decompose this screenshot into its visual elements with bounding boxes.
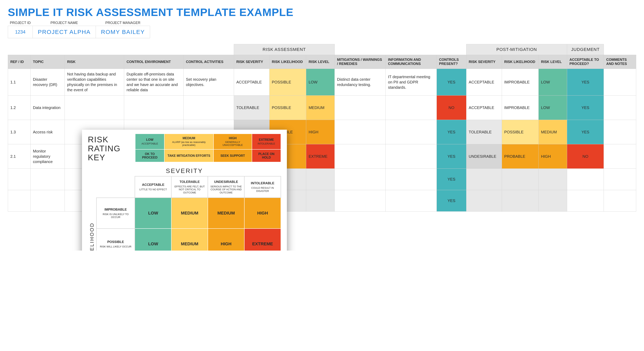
table-cell[interactable]: UNDESIRABLE xyxy=(466,144,502,169)
page-title: SIMPLE IT RISK ASSESSMENT TEMPLATE EXAMP… xyxy=(8,6,636,18)
table-cell[interactable]: ACCEPTABLE xyxy=(234,69,269,95)
table-cell[interactable]: 1.3 xyxy=(8,120,31,144)
table-cell[interactable] xyxy=(30,169,64,190)
risk-rating-key-card: RISK RATING KEY LOWACCEPTABLEMEDIUMALARP… xyxy=(82,130,287,251)
table-cell[interactable] xyxy=(306,169,335,190)
table-cell[interactable] xyxy=(386,190,436,212)
table-cell[interactable]: Data integration xyxy=(30,95,64,120)
hdr-topic: TOPIC xyxy=(30,55,64,69)
table-cell[interactable] xyxy=(184,95,234,120)
table-cell[interactable]: 1.2 xyxy=(8,95,31,120)
table-cell[interactable]: IT departmental meeting on PII and GDPR … xyxy=(386,69,436,95)
table-cell[interactable]: YES xyxy=(436,69,466,95)
key-cell: EXTREMEINTOLERABLE xyxy=(252,134,281,149)
severity-axis-label: SEVERITY xyxy=(88,167,281,175)
table-cell[interactable] xyxy=(65,95,124,120)
table-cell[interactable]: YES xyxy=(436,169,466,190)
table-cell[interactable] xyxy=(567,169,604,190)
table-cell[interactable]: TOLERABLE xyxy=(466,120,502,144)
hdr-control-act: CONTROL ACTIVITIES xyxy=(184,55,234,69)
table-cell[interactable]: IMPROBABLE xyxy=(502,69,538,95)
table-cell[interactable]: Disaster recovery (DR) xyxy=(30,69,64,95)
table-cell[interactable]: HIGH xyxy=(306,120,335,144)
table-cell[interactable]: 2.1 xyxy=(8,144,31,169)
project-name-value[interactable]: PROJECT ALPHA xyxy=(32,26,96,38)
matrix-cell: EXTREME xyxy=(244,229,281,251)
table-cell[interactable]: HIGH xyxy=(538,144,567,169)
matrix-cell: HIGH xyxy=(244,198,281,229)
table-cell[interactable]: MEDIUM xyxy=(538,120,567,144)
table-cell[interactable]: YES xyxy=(567,95,604,120)
table-cell[interactable]: POSSIBLE xyxy=(502,120,538,144)
table-cell[interactable] xyxy=(386,95,436,120)
table-cell[interactable]: ACCEPTABLE xyxy=(466,95,502,120)
table-cell[interactable] xyxy=(502,169,538,190)
table-cell[interactable] xyxy=(386,120,436,144)
risk-matrix-table: ACCEPTABLELITTLE TO NO EFFECTTOLERABLEEF… xyxy=(96,176,281,251)
table-cell[interactable]: Set recovery plan objectives. xyxy=(184,69,234,95)
project-id-value[interactable]: 1234 xyxy=(8,26,33,38)
project-manager-value[interactable]: ROMY BAILEY xyxy=(96,26,150,38)
key-cell: SEEK SUPPORT xyxy=(214,149,252,162)
table-cell[interactable] xyxy=(604,169,636,190)
table-cell[interactable] xyxy=(334,95,386,120)
table-cell[interactable]: Monitor regulatory compliance xyxy=(30,144,64,169)
table-cell[interactable]: IMPROBABLE xyxy=(502,95,538,120)
table-cell[interactable]: LOW xyxy=(538,95,567,120)
table-cell[interactable] xyxy=(604,144,636,169)
table-cell[interactable] xyxy=(124,95,184,120)
table-cell[interactable]: NO xyxy=(567,144,604,169)
table-cell[interactable]: POSSIBLE xyxy=(269,95,306,120)
table-cell[interactable] xyxy=(334,169,386,190)
table-cell[interactable]: Distinct data center redundancy testing. xyxy=(334,69,386,95)
table-cell[interactable]: LOW xyxy=(538,69,567,95)
table-cell[interactable] xyxy=(386,144,436,169)
table-cell[interactable] xyxy=(466,169,502,190)
table-cell[interactable] xyxy=(604,95,636,120)
table-cell[interactable]: 1.1 xyxy=(8,69,31,95)
table-cell[interactable] xyxy=(306,190,335,212)
hdr-controls-present: CONTROLS PRESENT? xyxy=(436,55,466,69)
table-cell[interactable]: POSSIBLE xyxy=(269,69,306,95)
table-cell[interactable]: EXTREME xyxy=(306,144,335,169)
table-cell[interactable] xyxy=(604,190,636,212)
table-cell[interactable] xyxy=(386,169,436,190)
severity-col-header: ACCEPTABLELITTLE TO NO EFFECT xyxy=(135,176,171,198)
table-cell[interactable] xyxy=(466,190,502,212)
table-cell[interactable]: NO xyxy=(436,95,466,120)
table-cell[interactable] xyxy=(538,190,567,212)
table-cell[interactable] xyxy=(604,69,636,95)
table-cell[interactable] xyxy=(8,169,31,190)
key-cell: MEDIUMALARP (as low as reasonably practi… xyxy=(164,134,214,149)
table-cell[interactable]: Duplicate off-premises data center so th… xyxy=(124,69,184,95)
table-cell[interactable] xyxy=(334,120,386,144)
table-cell[interactable] xyxy=(604,120,636,144)
table-cell[interactable] xyxy=(334,190,386,212)
matrix-cell: MEDIUM xyxy=(208,198,244,229)
table-cell[interactable]: YES xyxy=(436,190,466,212)
hdr-info-comm: INFORMATION AND COMMUNICATIONS xyxy=(386,55,436,69)
severity-col-header: INTOLERABLECOULD RESULT IN DISASTER xyxy=(244,176,281,198)
table-cell[interactable]: Not having data backup and verification … xyxy=(65,69,124,95)
hdr-ref: REF / ID xyxy=(8,55,31,69)
table-cell[interactable]: PROBABLE xyxy=(502,144,538,169)
table-cell[interactable]: Access risk xyxy=(30,120,64,144)
table-cell[interactable] xyxy=(567,190,604,212)
table-cell[interactable]: YES xyxy=(436,120,466,144)
hdr-acceptable: ACCEPTABLE TO PROCEED? xyxy=(567,55,604,69)
table-cell[interactable]: TOLERABLE xyxy=(234,95,269,120)
table-cell[interactable]: YES xyxy=(436,144,466,169)
group-post-mitigation: POST-MITIGATION xyxy=(466,44,567,55)
table-cell[interactable] xyxy=(538,169,567,190)
table-cell[interactable] xyxy=(8,190,31,212)
table-cell[interactable] xyxy=(334,144,386,169)
table-cell[interactable]: LOW xyxy=(306,69,335,95)
table-cell[interactable]: MEDIUM xyxy=(306,95,335,120)
severity-col-header: UNDESIRABLESERIOUS IMPACT TO THE COURSE … xyxy=(208,176,244,198)
table-cell[interactable]: YES xyxy=(567,69,604,95)
table-cell[interactable]: ACCEPTABLE xyxy=(466,69,502,95)
table-cell[interactable] xyxy=(502,190,538,212)
table-cell[interactable]: YES xyxy=(567,120,604,144)
table-cell[interactable] xyxy=(30,190,64,212)
project-name-label: PROJECT NAME xyxy=(32,20,96,26)
